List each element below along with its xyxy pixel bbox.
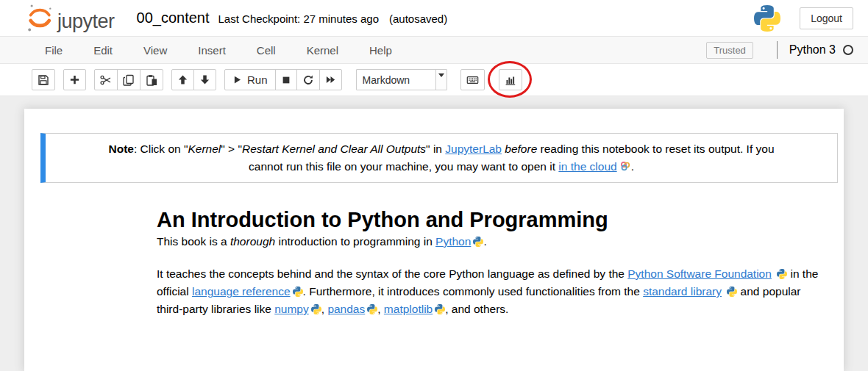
note-label: Note (108, 143, 133, 155)
copy-icon (123, 74, 135, 86)
restart-run-all-button[interactable] (319, 69, 342, 90)
notebook-toolbar: Run Markdown (0, 64, 868, 96)
python-icon (367, 304, 377, 314)
run-label: Run (247, 73, 268, 86)
note-text: . (631, 160, 634, 173)
notebook-scroll-area[interactable]: Note: Click on "Kernel" > "Restart Kerne… (0, 96, 868, 371)
move-cell-down-button[interactable] (193, 69, 216, 90)
command-palette-button[interactable] (460, 69, 485, 90)
kernel-idle-icon (843, 45, 853, 55)
jupyterlab-link-text: JupyterLab (445, 143, 502, 155)
cloud-link[interactable]: in the cloud (558, 160, 616, 173)
python-icon (473, 237, 483, 247)
save-button[interactable] (32, 69, 55, 90)
cell-type-select[interactable]: Markdown (356, 69, 447, 90)
header: jupyter 00_content Last Checkpoint: 27 m… (0, 0, 868, 37)
language-reference-link[interactable]: language reference (192, 285, 291, 298)
stop-icon (281, 75, 291, 85)
note-text: " > " (221, 143, 242, 155)
python-icon (293, 287, 303, 297)
cut-cell-button[interactable] (94, 69, 118, 90)
matplotlib-link-text: matplotlib (384, 303, 433, 315)
jupyter-logo[interactable]: jupyter (26, 3, 115, 34)
body-text: introduction to programming in (275, 235, 435, 248)
matplotlib-link[interactable]: matplotlib (384, 303, 433, 315)
python-icon (777, 269, 787, 279)
run-cell-button[interactable]: Run (224, 69, 276, 90)
arrow-up-icon (177, 74, 188, 85)
paste-cell-button[interactable] (140, 69, 163, 90)
jupyter-logo-icon (26, 3, 53, 34)
standard-library-link-text: standard library (643, 285, 722, 298)
menu-view[interactable]: View (128, 37, 182, 63)
plus-icon (69, 74, 80, 85)
psf-link[interactable]: Python Software Foundation (627, 267, 772, 280)
intro-paragraph: This book is a thorough introduction to … (157, 233, 822, 251)
notebook-container: Note: Click on "Kernel" > "Restart Kerne… (24, 109, 844, 371)
add-cell-button[interactable] (63, 69, 86, 90)
bar-chart-icon (505, 74, 516, 86)
play-icon (232, 75, 242, 84)
keyboard-icon (466, 74, 479, 86)
kernel-divider (777, 41, 778, 59)
copy-cell-button[interactable] (117, 69, 140, 90)
paste-icon (146, 74, 157, 86)
menu-edit[interactable]: Edit (78, 37, 128, 63)
pandas-link[interactable]: pandas (327, 303, 365, 315)
jupyter-logo-text: jupyter (57, 12, 115, 34)
select-scroll-strip (435, 70, 447, 90)
python-logo (754, 5, 780, 32)
note-callout: Note: Click on "Kernel" > "Restart Kerne… (40, 133, 838, 183)
fast-forward-icon (325, 74, 336, 85)
menu-cell[interactable]: Cell (241, 37, 291, 63)
body-text: , and others. (445, 303, 508, 315)
numpy-link-text: numpy (274, 303, 309, 315)
logout-button[interactable]: Logout (800, 7, 853, 29)
note-restart-item: Restart Kernel and Clear All Outputs (242, 143, 426, 155)
checkpoint-status: Last Checkpoint: 27 minutes ago (218, 12, 379, 25)
cut-icon (100, 74, 112, 86)
trusted-badge[interactable]: Trusted (706, 42, 753, 59)
python-icon (435, 304, 445, 314)
body-text: It teaches the concepts behind and the s… (157, 267, 627, 280)
restart-kernel-button[interactable] (296, 69, 320, 90)
menu-file[interactable]: File (29, 37, 78, 63)
cell-toolbar-button[interactable] (499, 69, 522, 90)
save-icon (38, 74, 49, 86)
move-cell-up-button[interactable] (171, 69, 194, 90)
menu-help[interactable]: Help (354, 37, 408, 63)
note-before-word: before (505, 143, 537, 155)
arrow-down-icon (199, 74, 210, 85)
binder-icon (619, 160, 631, 172)
body-text: , (377, 303, 384, 315)
refresh-icon (302, 74, 314, 86)
python-icon (727, 287, 737, 297)
markdown-cell[interactable]: An Introduction to Python and Programmin… (24, 206, 844, 318)
note-text: : Click on " (134, 143, 188, 155)
body-text: This book is a (157, 235, 230, 248)
cell-type-value: Markdown (357, 74, 435, 86)
interrupt-kernel-button[interactable] (275, 69, 297, 90)
python-icon (311, 304, 321, 314)
menu-kernel[interactable]: Kernel (291, 37, 354, 63)
language-reference-link-text: language reference (192, 285, 291, 298)
note-text: " in (426, 143, 445, 155)
body-text: . Furthermore, it introduces commonly us… (303, 285, 644, 298)
chevron-down-icon (438, 73, 444, 77)
standard-library-link[interactable]: standard library (643, 285, 722, 298)
page-title: An Introduction to Python and Programmin… (157, 206, 822, 233)
pandas-link-text: pandas (327, 303, 365, 315)
jupyterlab-link[interactable]: JupyterLab (445, 143, 502, 155)
notebook-title[interactable]: 00_content (137, 10, 210, 26)
numpy-link[interactable]: numpy (274, 303, 309, 315)
body-text: . (483, 235, 486, 248)
kernel-name: Python 3 (789, 43, 836, 57)
body-emphasis: thorough (230, 235, 275, 248)
description-paragraph: It teaches the concepts behind and the s… (157, 265, 822, 318)
psf-link-text: Python Software Foundation (627, 267, 772, 280)
menu-bar: File Edit View Insert Cell Kernel Help T… (0, 37, 868, 64)
python-link-text: Python (435, 235, 471, 248)
menu-insert[interactable]: Insert (182, 37, 241, 63)
note-kernel-menu: Kernel (188, 143, 221, 155)
python-link[interactable]: Python (435, 235, 471, 248)
